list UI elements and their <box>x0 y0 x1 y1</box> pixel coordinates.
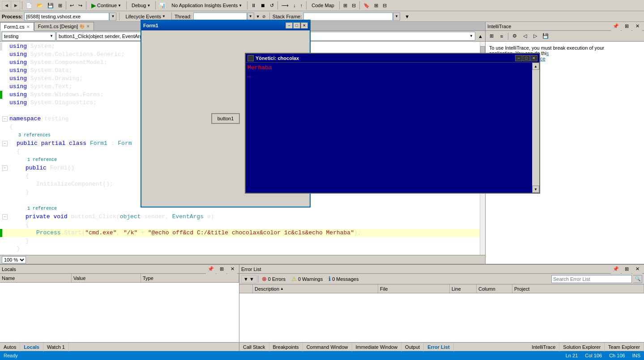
step-into-button[interactable]: ↓ <box>291 2 298 9</box>
expand-btn[interactable]: ▼ <box>403 13 411 20</box>
misc-btn3[interactable]: ⊞ <box>372 2 380 9</box>
it-settings-btn[interactable]: ⚙ <box>510 32 520 41</box>
tab-team-explorer-bottom[interactable]: Team Explorer <box>605 343 644 352</box>
intellitrace-float-button[interactable]: ⊞ <box>622 22 631 31</box>
tab-breakpoints[interactable]: Breakpoints <box>269 343 303 352</box>
stack-frame-input[interactable] <box>303 13 393 21</box>
locals-close-btn[interactable]: ✕ <box>227 265 237 274</box>
status-bar: Ready Ln 21 Col 106 Ch 106 INS <box>0 351 644 360</box>
pause-button[interactable]: ⏸ <box>249 2 258 9</box>
tab-intellitrace-bottom[interactable]: IntelliTrace <box>528 343 559 352</box>
intellitrace-close-button[interactable]: ✕ <box>632 22 642 31</box>
error-float-btn[interactable]: ⊞ <box>622 265 631 274</box>
tab-form1cs[interactable]: Form1.cs ✕ <box>0 22 34 31</box>
it-next-btn[interactable]: ▷ <box>530 32 540 41</box>
new-file-button[interactable]: 📄 <box>24 2 34 9</box>
tab-callstack[interactable]: Call Stack <box>239 343 269 352</box>
zoom-select[interactable]: 100 % <box>2 256 26 263</box>
step-over-button[interactable]: ⟶ <box>280 2 290 9</box>
redo-button[interactable]: ↪ <box>77 2 84 9</box>
warning-count-label: 0 Warnings <box>298 276 323 282</box>
cmd-scroll-down[interactable]: ▼ <box>532 186 539 193</box>
it-list-btn[interactable]: ≡ <box>497 32 507 41</box>
locals-controls: 📌 ⊞ ✕ <box>206 265 237 274</box>
open-file-button[interactable]: 📂 <box>35 2 45 9</box>
tab-immediatewin[interactable]: Immediate Window <box>352 343 402 352</box>
cmd-controls: − □ ✕ <box>515 55 537 61</box>
tab-autos[interactable]: Autos <box>0 343 20 352</box>
misc-btn2[interactable]: ⊟ <box>350 2 358 9</box>
tab-form1cs-close[interactable]: ✕ <box>26 25 30 29</box>
tab-locals[interactable]: Locals <box>20 343 43 352</box>
error-filter-btn[interactable]: ▼ ▼ <box>241 275 256 283</box>
warning-count-btn[interactable]: ⚠ 0 Warnings <box>289 275 325 283</box>
error-col-line[interactable]: Line <box>450 284 477 293</box>
ctor-collapse[interactable]: − <box>2 165 8 171</box>
codemap-button[interactable]: Code Map <box>308 1 337 10</box>
undo-button[interactable]: ↩ <box>68 2 76 9</box>
appinsights-icon[interactable]: 📊 <box>158 2 167 9</box>
cmd-minimize-btn[interactable]: − <box>515 55 522 61</box>
process-dropdown[interactable]: ▼ <box>109 13 116 21</box>
it-prev-btn[interactable]: ◁ <box>520 32 530 41</box>
save-all-button[interactable]: ⊞ <box>56 2 64 9</box>
tab-form1cs-design[interactable]: Form1.cs [Design] 🎨 ✕ <box>34 22 94 30</box>
locals-pin-btn[interactable]: 📌 <box>206 265 216 274</box>
error-close-btn[interactable]: ✕ <box>632 265 642 274</box>
form1-close-btn[interactable]: ✕ <box>301 22 308 29</box>
message-count-btn[interactable]: ℹ 0 Messages <box>326 275 361 283</box>
back-button[interactable]: ◀ <box>2 1 11 10</box>
cmd-scrollbar[interactable]: ▲ ▼ <box>532 63 539 193</box>
class-dropdown[interactable]: testing ▼ <box>2 32 55 41</box>
tab-errorlist[interactable]: Error List <box>424 343 454 352</box>
debug-dropdown[interactable]: Debug ▼ <box>128 1 154 10</box>
cmd-scroll-up[interactable]: ▲ <box>532 63 539 70</box>
it-grid-btn[interactable]: ⊞ <box>486 32 496 41</box>
tab-solution-explorer-bottom[interactable]: Solution Explorer <box>559 343 605 352</box>
error-col-proj[interactable]: Project <box>512 284 644 293</box>
tab-form1cs-design-close[interactable]: ✕ <box>86 24 90 29</box>
cmd-close-btn[interactable]: ✕ <box>530 55 537 61</box>
stop-button[interactable]: ⏹ <box>259 2 267 9</box>
warning-icon: ⚠ <box>291 275 297 282</box>
intellitrace-pin-button[interactable]: 📌 <box>611 22 621 31</box>
misc-btn4[interactable]: ⊟ <box>381 2 388 9</box>
namespace-collapse[interactable]: − <box>2 116 8 122</box>
process-input[interactable] <box>24 13 109 21</box>
error-col-col[interactable]: Column <box>477 284 512 293</box>
forward-button[interactable]: ▶ <box>11 1 20 10</box>
intellitrace-link1[interactable]: s <box>546 51 549 56</box>
locals-float-btn[interactable]: ⊞ <box>217 265 226 274</box>
thread-filter1[interactable]: ▼ <box>254 13 260 21</box>
error-col-desc[interactable]: Description ▲ <box>253 284 378 293</box>
form1-button1[interactable]: button1 <box>211 113 240 124</box>
step-out-button[interactable]: ↑ <box>299 2 305 9</box>
it-save-btn[interactable]: 💾 <box>541 32 550 41</box>
restart-button[interactable]: ↺ <box>268 2 276 9</box>
continue-button[interactable]: ▶ Continue ▼ <box>88 1 124 10</box>
error-count-btn[interactable]: ⊗ 0 Errors <box>260 275 288 283</box>
locals-content <box>0 283 239 342</box>
tab-watch1[interactable]: Watch 1 <box>43 343 69 352</box>
method-collapse[interactable]: − <box>2 214 8 220</box>
tab-output[interactable]: Output <box>401 343 424 352</box>
form1-maximize-btn[interactable]: □ <box>293 22 300 29</box>
thread-dropdown[interactable]: ▼ <box>247 13 254 21</box>
thread-input[interactable] <box>193 13 247 21</box>
misc-btn1[interactable]: ⊞ <box>341 2 349 9</box>
error-search-input[interactable] <box>551 275 632 283</box>
class-collapse[interactable]: − <box>2 141 8 146</box>
save-button[interactable]: 💾 <box>46 2 55 9</box>
form1-minimize-btn[interactable]: − <box>286 22 293 29</box>
thread-filter2[interactable]: ⊘ <box>260 13 267 21</box>
error-search-button[interactable]: 🔍 <box>633 275 642 283</box>
editor-expand-btn[interactable]: ▲ <box>476 32 483 41</box>
error-pin-btn[interactable]: 📌 <box>611 265 621 274</box>
stack-frame-dropdown[interactable]: ▼ <box>393 13 400 21</box>
tab-commandwin[interactable]: Command Window <box>303 343 352 352</box>
error-col-file[interactable]: File <box>378 284 450 293</box>
cmd-maximize-btn[interactable]: □ <box>523 55 530 61</box>
cmd-window[interactable]: Yönetici: chocolax − □ ✕ Merhaba _ ▲ ▼ <box>245 53 540 194</box>
bookmark-button[interactable]: 🔖 <box>362 2 371 9</box>
appinsights-dropdown[interactable]: No Application Insights Events ▼ <box>168 1 245 10</box>
